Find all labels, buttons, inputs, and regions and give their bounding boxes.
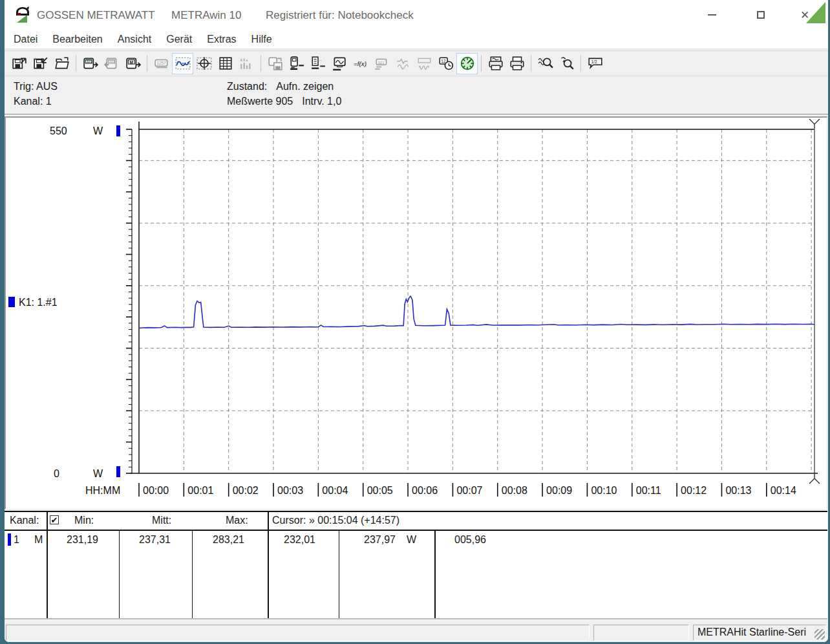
x-tick-label: 00:04 xyxy=(322,485,348,496)
waveform-icon xyxy=(175,56,191,71)
svg-text:=f(x): =f(x) xyxy=(354,60,367,67)
cursor-left-value: 232,01 xyxy=(284,534,315,546)
device-save-icon xyxy=(268,56,283,71)
menu-extras[interactable]: Extras xyxy=(207,32,244,47)
x-tick-label: 00:06 xyxy=(412,485,438,496)
table-divider xyxy=(339,530,339,618)
xy-view-button[interactable] xyxy=(193,53,215,74)
zoom-in-button[interactable] xyxy=(535,53,556,74)
power-trend-chart[interactable]: 00:0000:0100:0200:0300:0400:0500:0600:07… xyxy=(6,118,827,509)
menu-geraet[interactable]: Gerät xyxy=(166,32,200,47)
samples-count: Meßwerte 905 xyxy=(227,96,293,107)
maximize-icon xyxy=(757,11,765,19)
live-gauge-button[interactable] xyxy=(456,53,478,74)
x-tick-label: 00:02 xyxy=(233,485,259,496)
wave-multi-icon xyxy=(417,56,432,71)
cursor-unit: W xyxy=(407,534,416,546)
callout-icon: 1/2 xyxy=(588,56,603,71)
minimize-button[interactable] xyxy=(699,5,725,25)
print-button[interactable] xyxy=(506,53,527,74)
x-tick-label: 00:03 xyxy=(277,485,303,496)
svg-text:321: 321 xyxy=(86,59,92,63)
toolbar-separator xyxy=(481,55,482,72)
maximize-button[interactable] xyxy=(748,5,774,25)
read-device-button[interactable]: 321 xyxy=(80,53,101,74)
cursor-delta-value: 005,96 xyxy=(454,534,486,546)
annotation-button[interactable]: 1/2 xyxy=(584,53,606,74)
open-file-button[interactable] xyxy=(51,53,72,74)
table-grid-icon xyxy=(218,56,233,71)
single-curve-button xyxy=(392,53,414,74)
print-preview-button[interactable] xyxy=(485,53,506,74)
toolbar-separator xyxy=(261,55,261,72)
trend-chart-panel[interactable]: 00:0000:0100:0200:0300:0400:0500:0600:07… xyxy=(5,116,827,509)
channel-settings-button[interactable]: .. xyxy=(307,53,328,74)
cursor-top-handle[interactable] xyxy=(809,119,820,129)
channel-visible-checkbox[interactable]: ✔ xyxy=(50,515,59,524)
online-display-button: 321 xyxy=(371,53,392,74)
svg-text:321: 321 xyxy=(378,61,385,65)
table-header-max: Max: xyxy=(226,515,248,526)
menu-bar: Datei Bearbeiten Ansicht Gerät Extras Hi… xyxy=(5,30,828,49)
menu-hilfe[interactable]: Hilfe xyxy=(251,32,281,47)
cursor-right-value: 237,97 xyxy=(364,534,396,546)
power-curve xyxy=(139,296,814,328)
zoom-out-button[interactable] xyxy=(556,53,577,74)
function-button[interactable]: =f(x) xyxy=(350,53,371,74)
cursor-bottom-handle[interactable] xyxy=(809,474,820,484)
table-header-cursor: Cursor: » 00:15:04 (+14:57) xyxy=(272,515,399,526)
monitor-button[interactable] xyxy=(328,53,350,74)
multi-curve-button xyxy=(414,53,435,74)
histogram-view-button xyxy=(236,53,257,74)
x-tick-label: 00:09 xyxy=(546,485,572,496)
svg-text:1/2: 1/2 xyxy=(591,59,597,64)
status-bar: METRAHit Starline-Seri xyxy=(5,623,828,642)
read-memory-button[interactable]: M xyxy=(122,53,144,74)
svg-text:12: 12 xyxy=(441,59,446,63)
fx-icon: =f(x) xyxy=(353,56,368,71)
wave-single-icon xyxy=(396,56,411,71)
device-settings-button[interactable] xyxy=(286,53,307,74)
x-tick-label: 00:10 xyxy=(591,485,617,496)
x-tick-label: 00:11 xyxy=(636,485,661,496)
corner-triangle-decoration xyxy=(806,2,825,23)
x-tick-label: 00:05 xyxy=(367,485,393,496)
x-tick-label: 00:00 xyxy=(143,485,169,496)
svg-text:M: M xyxy=(129,60,133,65)
channel-flag: M xyxy=(34,534,43,546)
export-file-button[interactable] xyxy=(8,53,30,74)
gauge-green-icon xyxy=(460,56,475,71)
trend-view-button[interactable] xyxy=(172,53,193,74)
svg-text:..: .. xyxy=(319,58,322,61)
device-m-icon: M xyxy=(125,56,141,71)
menu-datei[interactable]: Datei xyxy=(14,32,46,47)
product-name: METRAwin 10 xyxy=(171,9,241,22)
menu-ansicht[interactable]: Ansicht xyxy=(118,32,160,47)
device-tool-icon xyxy=(289,56,304,71)
interval-value: Intrv. 1,0 xyxy=(302,96,341,107)
legend-channel-label: K1: 1.#1 xyxy=(19,297,58,308)
y-max-marker xyxy=(116,125,120,136)
channel-status: Kanal: 1 xyxy=(14,96,52,107)
time-settings-button[interactable]: 12 xyxy=(435,53,456,74)
registration-text: Registriert für: Notebookcheck xyxy=(266,9,414,22)
crosshair-scope-icon xyxy=(197,56,212,71)
state-value: Aufn. zeigen xyxy=(276,81,334,92)
device-in-icon: 321 xyxy=(104,56,120,71)
channel-color-marker xyxy=(8,533,11,546)
menu-bearbeiten[interactable]: Bearbeiten xyxy=(52,32,111,47)
toolbar-separator xyxy=(147,55,147,72)
resize-grip[interactable] xyxy=(814,629,825,639)
toolbar-separator xyxy=(76,55,76,72)
table-header-kanal: Kanal: xyxy=(10,515,39,526)
write-device-button: 321 xyxy=(101,53,122,74)
clock-icon: 12 xyxy=(438,56,454,71)
samples-status: Meßwerte 905Intrv. 1,0 xyxy=(227,96,341,107)
table-header-rule xyxy=(5,530,827,531)
save-file-button[interactable] xyxy=(30,53,51,74)
y-unit-top: W xyxy=(93,125,103,136)
stat-min-value: 231,19 xyxy=(67,534,98,546)
table-header-min: Min: xyxy=(74,515,94,526)
title-bar: GOSSEN METRAWATT METRAwin 10 Registriert… xyxy=(5,0,828,30)
table-view-button[interactable] xyxy=(215,53,236,74)
